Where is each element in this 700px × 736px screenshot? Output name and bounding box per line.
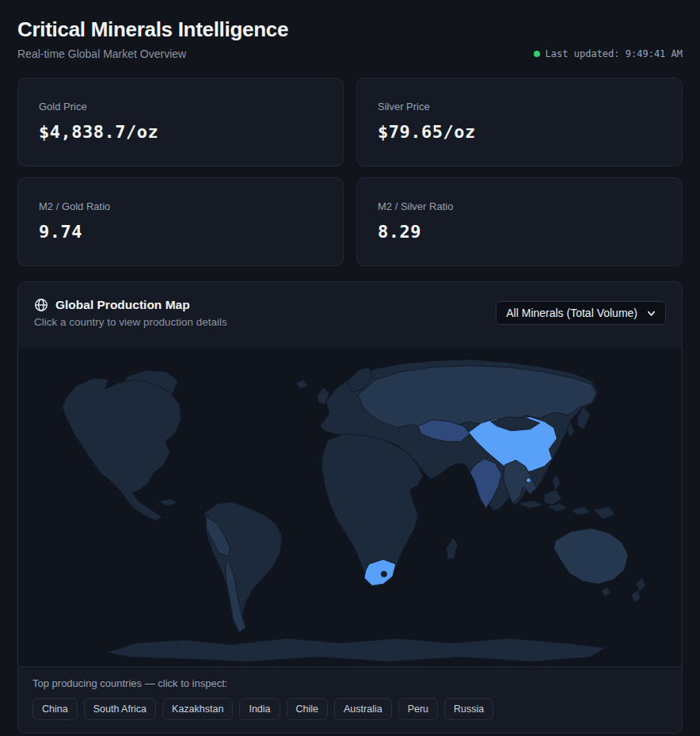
world-map[interactable]: [18, 349, 682, 666]
country-chip-russia[interactable]: Russia: [444, 698, 493, 720]
stat-label: Silver Price: [378, 101, 661, 112]
stats-grid: Gold Price $4,838.7/oz Silver Price $79.…: [17, 78, 683, 266]
map-landmass-sumatra[interactable]: [517, 501, 542, 509]
map-landmass-madagascar[interactable]: [447, 538, 458, 559]
map-landmass-antarctica[interactable]: [107, 639, 606, 662]
map-title: Global Production Map: [55, 298, 190, 312]
map-landmass-south-america[interactable]: [204, 502, 282, 632]
country-chip-china[interactable]: China: [32, 698, 78, 720]
map-footer: Top producing countries — click to inspe…: [18, 666, 682, 733]
map-hainan-dot[interactable]: [526, 478, 531, 482]
global-production-map-card: Global Production Map Click a country to…: [17, 281, 683, 734]
map-landmass-africa[interactable]: [321, 434, 423, 585]
status-dot-icon: [534, 51, 540, 57]
country-chip-india[interactable]: India: [239, 698, 280, 720]
map-landmass-philippines[interactable]: [552, 474, 560, 491]
minerals-filter-value: All Minerals (Total Volume): [506, 307, 637, 319]
stat-value: $4,838.7/oz: [39, 122, 322, 142]
map-header-titles: Global Production Map Click a country to…: [34, 298, 227, 328]
map-landmass-sulawesi[interactable]: [571, 507, 590, 516]
map-landmass-tasmania[interactable]: [601, 587, 611, 597]
stat-label: M2 / Gold Ratio: [39, 200, 322, 212]
chevron-down-icon: [647, 309, 656, 318]
stat-label: Gold Price: [39, 101, 322, 112]
page-title: Critical Minerals Intelligence: [17, 11, 288, 42]
map-landmass-iceland[interactable]: [296, 379, 307, 389]
country-chip-australia[interactable]: Australia: [334, 698, 392, 720]
country-chip-peru[interactable]: Peru: [398, 698, 438, 720]
header-titles: Critical Minerals Intelligence Real-time…: [17, 11, 288, 60]
stat-label: M2 / Silver Ratio: [378, 200, 661, 212]
country-chip-south-africa[interactable]: South Africa: [84, 698, 156, 720]
map-landmass-cuba[interactable]: [159, 499, 178, 506]
stat-card-gold-price: Gold Price $4,838.7/oz: [17, 78, 344, 166]
map-lesotho-hole: [381, 571, 387, 578]
world-map-region: [18, 349, 682, 666]
map-landmass-new-guinea[interactable]: [593, 507, 615, 520]
country-chip-kazakhstan[interactable]: Kazakhstan: [162, 698, 233, 720]
map-subtitle: Click a country to view production detai…: [34, 316, 227, 328]
app-header: Critical Minerals Intelligence Real-time…: [17, 11, 683, 60]
map-header: Global Production Map Click a country to…: [18, 282, 682, 349]
stat-value: $79.65/oz: [378, 122, 661, 142]
top-producers-label: Top producing countries — click to inspe…: [32, 677, 668, 689]
map-landmass-north-america[interactable]: [63, 378, 181, 521]
stat-card-m2-silver-ratio: M2 / Silver Ratio 8.29: [356, 177, 683, 266]
stat-value: 9.74: [39, 222, 322, 242]
globe-icon: [34, 298, 48, 312]
map-country-australia[interactable]: [554, 528, 628, 584]
stat-card-silver-price: Silver Price $79.65/oz: [356, 78, 683, 166]
stat-card-m2-gold-ratio: M2 / Gold Ratio 9.74: [17, 177, 344, 266]
last-updated-text: Last updated: 9:49:41 AM: [546, 48, 683, 59]
last-updated-status: Last updated: 9:49:41 AM: [534, 48, 683, 60]
page-subtitle: Real-time Global Market Overview: [17, 48, 288, 60]
country-chip-chile[interactable]: Chile: [287, 698, 329, 720]
map-landmass-new-zealand-north[interactable]: [636, 578, 645, 593]
minerals-filter-select[interactable]: All Minerals (Total Volume): [496, 301, 666, 325]
country-chips: China South Africa Kazakhstan India Chil…: [32, 698, 668, 720]
dashboard: Critical Minerals Intelligence Real-time…: [0, 0, 700, 734]
map-landmass-borneo[interactable]: [544, 490, 561, 505]
stat-value: 8.29: [378, 222, 661, 242]
